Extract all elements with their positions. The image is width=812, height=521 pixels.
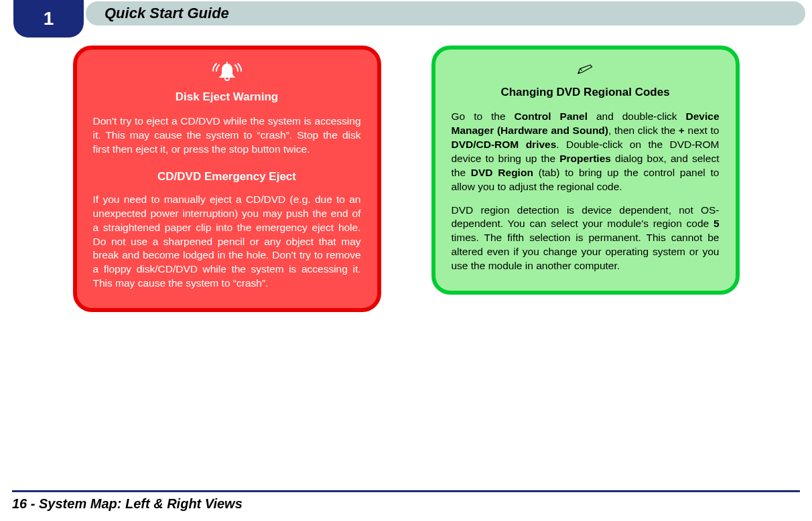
warning-subtitle: CD/DVD Emergency Eject [93,170,361,183]
bold-text: 5 [714,218,720,229]
pencil-icon [452,62,720,80]
page-footer: 16 - System Map: Left & Right Views [12,490,800,512]
note-title: Changing DVD Regional Codes [452,86,720,99]
bold-text: DVD/CD-ROM drives [452,139,557,150]
text: , then click the [608,125,679,136]
note-box: Changing DVD Regional Codes Go to the Co… [431,46,740,295]
footer-text: 16 - System Map: Left & Right Views [12,496,800,512]
text: DVD region detection is device dependent… [452,204,720,230]
page-title: Quick Start Guide [105,5,229,22]
text: next to [685,125,720,136]
text: times. The fifth selection is permanent.… [452,232,720,271]
text: and double-click [588,110,686,122]
callout-boxes: Disk Eject Warning Don't try to eject a … [20,43,792,312]
bold-text: + [679,125,685,136]
bold-text: DVD Region [471,167,533,178]
warning-box: Disk Eject Warning Don't try to eject a … [73,46,381,312]
warning-title: Disk Eject Warning [93,90,361,104]
note-paragraph-2: DVD region detection is device dependent… [452,204,720,274]
page-header: 1 Quick Start Guide [0,0,812,27]
text: Go to the [452,110,515,122]
chapter-badge: 1 [13,0,84,38]
bold-text: Properties [559,153,611,164]
content-area: Disk Eject Warning Don't try to eject a … [0,43,812,481]
warning-paragraph-2: If you need to manually eject a CD/DVD (… [93,193,361,291]
footer-rule [12,490,800,492]
alarm-icon [93,62,361,85]
title-bar: Quick Start Guide [86,1,805,25]
note-paragraph-1: Go to the Control Panel and double-click… [452,110,720,194]
chapter-number: 1 [44,8,54,29]
warning-paragraph-1: Don't try to eject a CD/DVD while the sy… [93,115,361,157]
bold-text: Control Panel [515,110,588,122]
